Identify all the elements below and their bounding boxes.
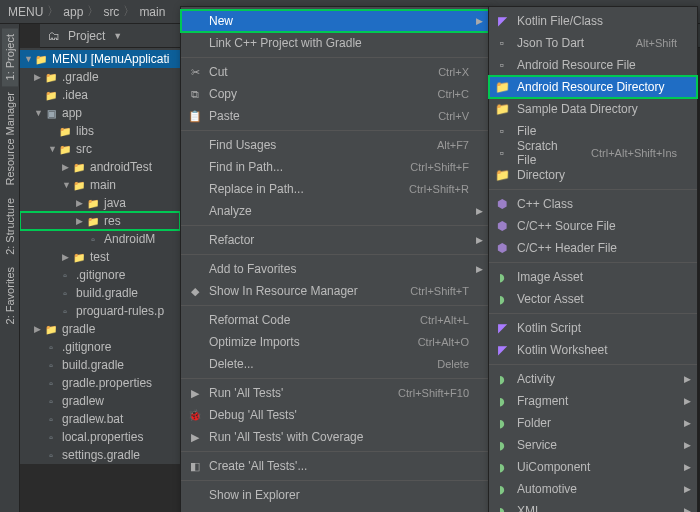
menu-label: Replace in Path...	[209, 182, 389, 196]
shortcut: Ctrl+Shift+F10	[398, 387, 469, 399]
side-tab[interactable]: 2: Favorites	[2, 261, 18, 330]
tree-row[interactable]: ▫AndroidM	[20, 230, 180, 248]
menu-item[interactable]: ▫Scratch FileCtrl+Alt+Shift+Ins	[489, 142, 697, 164]
menu-item[interactable]: ⧉CopyCtrl+C	[181, 83, 489, 105]
side-tab[interactable]: 1: Project	[2, 28, 18, 86]
menu-item[interactable]: ◧Create 'All Tests'...	[181, 455, 489, 477]
expand-icon[interactable]: ▶	[34, 324, 44, 334]
side-tab[interactable]: 2: Structure	[2, 192, 18, 261]
menu-item[interactable]: ◗Automotive▶	[489, 478, 697, 500]
menu-item[interactable]: Optimize ImportsCtrl+Alt+O	[181, 331, 489, 353]
context-menu[interactable]: New▶Link C++ Project with Gradle✂CutCtrl…	[180, 6, 490, 512]
tree-label: gradle	[62, 322, 95, 336]
tree-row[interactable]: ▫local.properties	[20, 428, 180, 446]
menu-item[interactable]: 📋PasteCtrl+V	[181, 105, 489, 127]
menu-item[interactable]: Replace in Path...Ctrl+Shift+R	[181, 178, 489, 200]
menu-item[interactable]: Analyze▶	[181, 200, 489, 222]
file-icon: ▫	[44, 432, 58, 443]
menu-item[interactable]: 📁Directory	[489, 164, 697, 186]
submenu-arrow-icon: ▶	[476, 264, 483, 274]
expand-icon[interactable]: ▼	[62, 180, 72, 190]
tree-row[interactable]: ▫build.gradle	[20, 284, 180, 302]
tree-row[interactable]: ▫gradlew	[20, 392, 180, 410]
expand-icon[interactable]: ▶	[76, 216, 86, 226]
menu-item[interactable]: ◗Image Asset	[489, 266, 697, 288]
expand-icon[interactable]: ▼	[48, 144, 58, 154]
menu-item[interactable]: New▶	[181, 10, 489, 32]
expand-icon[interactable]: ▶	[34, 72, 44, 82]
menu-item[interactable]: ◆Show In Resource ManagerCtrl+Shift+T	[181, 280, 489, 302]
tree-row[interactable]: 📁.idea	[20, 86, 180, 104]
menu-item[interactable]: ⬢C/C++ Header File	[489, 237, 697, 259]
tree-row[interactable]: ▶📁java	[20, 194, 180, 212]
menu-item[interactable]: ◤Kotlin Script	[489, 317, 697, 339]
tree-row[interactable]: ▶📁gradle	[20, 320, 180, 338]
tree-row[interactable]: ▫build.gradle	[20, 356, 180, 374]
tree-row[interactable]: ▫gradle.properties	[20, 374, 180, 392]
file-icon: ▫	[44, 396, 58, 407]
expand-icon[interactable]: ▶	[62, 252, 72, 262]
tree-row[interactable]: ▫gradlew.bat	[20, 410, 180, 428]
menu-item[interactable]: ◗Service▶	[489, 434, 697, 456]
tree-row[interactable]: ▼▣app	[20, 104, 180, 122]
folder-icon: 📁	[58, 126, 72, 137]
menu-item[interactable]: ▫Android Resource File	[489, 54, 697, 76]
tree-row[interactable]: ▶📁androidTest	[20, 158, 180, 176]
shortcut: Ctrl+Alt+Shift+Ins	[591, 147, 677, 159]
breadcrumb-item[interactable]: src	[103, 5, 119, 19]
project-tree[interactable]: ▼📁MENU [MenuApplicati▶📁.gradle📁.idea▼▣ap…	[20, 48, 180, 464]
menu-item[interactable]: ◤Kotlin Worksheet	[489, 339, 697, 361]
tree-row[interactable]: ▫proguard-rules.p	[20, 302, 180, 320]
breadcrumb-item[interactable]: app	[63, 5, 83, 19]
tree-row[interactable]: ▶📁test	[20, 248, 180, 266]
menu-item[interactable]: Show in Explorer	[181, 484, 489, 506]
menu-item[interactable]: ▫Json To DartAlt+Shift	[489, 32, 697, 54]
menu-item[interactable]: 📁Directory PathCtrl+Alt+F12	[181, 506, 489, 512]
menu-item[interactable]: ◗Fragment▶	[489, 390, 697, 412]
menu-item[interactable]: Reformat CodeCtrl+Alt+L	[181, 309, 489, 331]
expand-icon[interactable]: ▼	[34, 108, 44, 118]
tree-row[interactable]: ▶📁.gradle	[20, 68, 180, 86]
tree-row[interactable]: ▼📁MENU [MenuApplicati	[20, 50, 180, 68]
menu-item[interactable]: ✂CutCtrl+X	[181, 61, 489, 83]
tree-row[interactable]: ▼📁src	[20, 140, 180, 158]
tree-label: gradlew.bat	[62, 412, 123, 426]
menu-item[interactable]: ◗UiComponent▶	[489, 456, 697, 478]
menu-item[interactable]: Refactor▶	[181, 229, 489, 251]
tree-row[interactable]: ▫.gitignore	[20, 266, 180, 284]
menu-item[interactable]: 📁Android Resource Directory	[489, 76, 697, 98]
file-icon: ▫	[495, 124, 509, 138]
tree-row[interactable]: ▶📁res	[20, 212, 180, 230]
new-submenu[interactable]: ◤Kotlin File/Class▫Json To DartAlt+Shift…	[488, 6, 698, 512]
menu-item[interactable]: ▶Run 'All Tests'Ctrl+Shift+F10	[181, 382, 489, 404]
menu-item[interactable]: ◤Kotlin File/Class	[489, 10, 697, 32]
tree-row[interactable]: ▼📁main	[20, 176, 180, 194]
menu-item[interactable]: 🐞Debug 'All Tests'	[181, 404, 489, 426]
menu-item[interactable]: Delete...Delete	[181, 353, 489, 375]
breadcrumb-item[interactable]: main	[139, 5, 165, 19]
tree-row[interactable]: 📁libs	[20, 122, 180, 140]
tree-row[interactable]: ▫settings.gradle	[20, 446, 180, 464]
tree-row[interactable]: ▫.gitignore	[20, 338, 180, 356]
menu-item[interactable]: ◗XML▶	[489, 500, 697, 512]
menu-item[interactable]: Find in Path...Ctrl+Shift+F	[181, 156, 489, 178]
expand-icon[interactable]: ▶	[76, 198, 86, 208]
project-mode[interactable]: Project	[68, 29, 105, 43]
menu-item[interactable]: 📁Sample Data Directory	[489, 98, 697, 120]
menu-item[interactable]: ▶Run 'All Tests' with Coverage	[181, 426, 489, 448]
menu-item[interactable]: Link C++ Project with Gradle	[181, 32, 489, 54]
menu-item[interactable]: Find UsagesAlt+F7	[181, 134, 489, 156]
expand-icon[interactable]: ▶	[62, 162, 72, 172]
expand-icon[interactable]: ▼	[24, 54, 34, 64]
side-tab[interactable]: Resource Manager	[2, 86, 18, 192]
menu-item[interactable]: ◗Folder▶	[489, 412, 697, 434]
menu-item[interactable]: ◗Vector Asset	[489, 288, 697, 310]
menu-item[interactable]: ⬢C++ Class	[489, 193, 697, 215]
breadcrumb-item[interactable]: MENU	[8, 5, 43, 19]
menu-item[interactable]: Add to Favorites▶	[181, 258, 489, 280]
chevron-down-icon[interactable]: ▼	[113, 31, 122, 41]
menu-item[interactable]: ◗Activity▶	[489, 368, 697, 390]
menu-item[interactable]: ⬢C/C++ Source File	[489, 215, 697, 237]
android-icon: ◗	[495, 372, 509, 386]
menu-label: Link C++ Project with Gradle	[209, 36, 469, 50]
